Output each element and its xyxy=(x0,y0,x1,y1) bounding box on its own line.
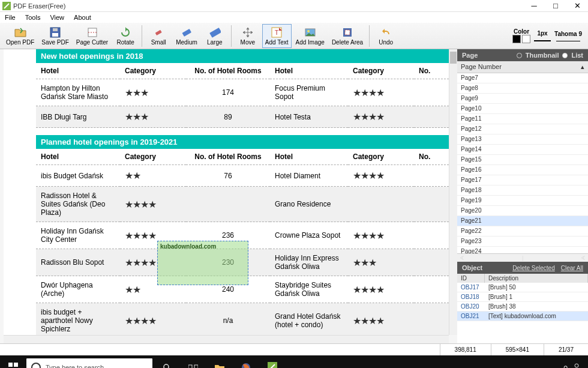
delete-area-button[interactable]: Delete Area xyxy=(329,24,366,48)
color-bg-swatch[interactable] xyxy=(522,35,530,43)
page-item[interactable]: Page14 xyxy=(457,145,588,155)
image-icon xyxy=(304,26,316,38)
page-item[interactable]: Page8 xyxy=(457,83,588,94)
svg-rect-19 xyxy=(188,365,192,368)
page-cutter-button[interactable]: Page Cutter xyxy=(73,24,111,48)
svg-rect-5 xyxy=(155,29,162,35)
add-text-button[interactable]: TAdd Text xyxy=(262,24,292,48)
menu-tools[interactable]: Tools xyxy=(25,14,41,21)
sort-icon: ▴ xyxy=(581,63,584,71)
app-icon xyxy=(2,2,11,10)
svg-rect-15 xyxy=(14,363,18,367)
eraser-medium-icon xyxy=(181,26,193,38)
firefox-icon[interactable] xyxy=(234,358,258,368)
font-label[interactable]: Tahoma 9 xyxy=(554,31,582,37)
section1-table: Hotel Category No. of Hotel Rooms Hotel … xyxy=(36,63,449,128)
eraser-small-button[interactable]: Small xyxy=(145,24,172,48)
page-item[interactable]: Page20 xyxy=(457,206,588,216)
explorer-icon[interactable] xyxy=(208,358,232,368)
svg-text:T: T xyxy=(275,29,279,36)
object-row[interactable]: OBJ21[Text] kubadownload.com xyxy=(457,312,588,321)
open-icon xyxy=(14,26,26,38)
table-row: IBB Długi Targ★★★89Hotel Testa★★★★ xyxy=(36,106,449,128)
move-icon xyxy=(242,26,254,38)
rotate-button[interactable]: Rotate xyxy=(112,24,139,48)
color-label: Color xyxy=(514,28,529,35)
object-panel-header: Object Delete Selected Clear All xyxy=(457,262,588,274)
eraser-medium-button[interactable]: Medium xyxy=(173,24,200,48)
pdferaser-taskbar-icon[interactable] xyxy=(260,358,284,368)
svg-rect-2 xyxy=(52,33,58,37)
menu-view[interactable]: View xyxy=(50,14,64,21)
page-panel-header: Page Thumbnail List xyxy=(457,49,588,61)
object-table-header: ID Description xyxy=(457,274,588,283)
object-row[interactable]: OBJ17[Brush] 50 xyxy=(457,283,588,292)
task-view-button[interactable] xyxy=(181,358,205,368)
menu-file[interactable]: File xyxy=(5,14,16,21)
page-list-header[interactable]: Page Number ▴ xyxy=(457,61,588,73)
clear-all-link[interactable]: Clear All xyxy=(561,265,583,271)
cortana-icon xyxy=(31,363,41,368)
menubar: File Tools View About xyxy=(0,12,588,23)
undo-icon xyxy=(380,26,392,38)
text-annotation[interactable]: kubadownload.com xyxy=(157,241,248,285)
page-list-hscroll[interactable]: ∢∣∢ xyxy=(457,253,588,262)
page-item[interactable]: Page19 xyxy=(457,196,588,206)
statusbar: 398,811 595×841 21/37 xyxy=(0,343,588,355)
list-radio[interactable] xyxy=(562,53,568,58)
search-icon-button[interactable] xyxy=(155,358,179,368)
tray-chevron-icon[interactable]: ᴖ xyxy=(563,363,568,368)
svg-rect-7 xyxy=(209,28,221,38)
svg-point-18 xyxy=(164,364,169,368)
page-item[interactable]: Page18 xyxy=(457,186,588,196)
canvas-area[interactable]: New hotel openings in 2018 Hotel Categor… xyxy=(0,49,457,343)
page-item[interactable]: Page21 xyxy=(457,216,588,226)
object-row[interactable]: OBJ20[Brush] 38 xyxy=(457,302,588,312)
page-item[interactable]: Page9 xyxy=(457,94,588,104)
vertical-scrollbar[interactable] xyxy=(449,49,457,335)
page-item[interactable]: Page17 xyxy=(457,175,588,186)
page-item[interactable]: Page10 xyxy=(457,104,588,114)
section1-header: New hotel openings in 2018 xyxy=(36,49,449,63)
close-button[interactable]: ✕ xyxy=(569,1,586,11)
undo-button[interactable]: Undo xyxy=(373,24,399,48)
page-item[interactable]: Page22 xyxy=(457,226,588,237)
page-item[interactable]: Page12 xyxy=(457,124,588,134)
save-pdf-button[interactable]: Save PDF xyxy=(38,24,72,48)
people-icon[interactable] xyxy=(572,363,581,369)
table-row: Hampton by Hilton Gdańsk Stare Miasto★★★… xyxy=(36,79,449,106)
page-item[interactable]: Page7 xyxy=(457,73,588,83)
start-button[interactable] xyxy=(2,358,24,368)
menu-about[interactable]: About xyxy=(74,14,91,21)
thumbnail-radio[interactable] xyxy=(517,53,522,58)
color-fg-swatch[interactable] xyxy=(512,35,521,43)
move-button[interactable]: Move xyxy=(235,24,261,48)
minimize-button[interactable]: ─ xyxy=(526,1,542,11)
open-pdf-button[interactable]: Open PDF xyxy=(3,24,37,48)
save-icon xyxy=(49,26,61,38)
svg-rect-20 xyxy=(194,365,198,368)
page-item[interactable]: Page16 xyxy=(457,165,588,175)
rotate-icon xyxy=(119,26,131,38)
page-list[interactable]: Page7Page8Page9Page10Page11Page12Page13P… xyxy=(457,73,588,253)
taskbar-search[interactable]: Type here to search xyxy=(26,358,152,368)
status-size: 595×841 xyxy=(491,344,544,355)
eraser-large-button[interactable]: Large xyxy=(202,24,228,48)
delete-selected-link[interactable]: Delete Selected xyxy=(512,265,555,271)
page-item[interactable]: Page23 xyxy=(457,237,588,247)
add-image-button[interactable]: Add Image xyxy=(293,24,328,48)
svg-rect-14 xyxy=(8,363,13,367)
stroke-width-label[interactable]: 1px xyxy=(537,30,547,37)
object-list[interactable]: OBJ17[Brush] 50OBJ18[Brush] 1OBJ20[Brush… xyxy=(457,283,588,343)
page-item[interactable]: Page24 xyxy=(457,247,588,253)
page-item[interactable]: Page13 xyxy=(457,134,588,145)
document-canvas[interactable]: New hotel openings in 2018 Hotel Categor… xyxy=(4,49,449,335)
page-item[interactable]: Page11 xyxy=(457,114,588,124)
maximize-button[interactable]: □ xyxy=(547,1,564,11)
text-icon: T xyxy=(271,26,283,38)
page-item[interactable]: Page15 xyxy=(457,155,588,165)
horizontal-scrollbar[interactable] xyxy=(4,335,449,343)
table-row: Radisson Hotel & Suites Gdańsk (Deo Plaz… xyxy=(36,187,449,222)
svg-rect-13 xyxy=(345,30,350,35)
object-row[interactable]: OBJ18[Brush] 1 xyxy=(457,292,588,302)
